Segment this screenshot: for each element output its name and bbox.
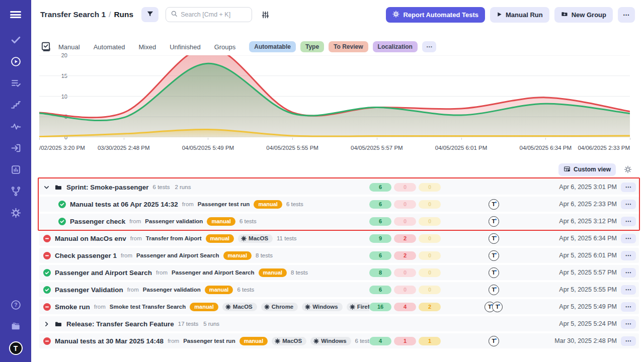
manual-run-button[interactable]: Manual Run — [490, 7, 549, 23]
tab-unfinished[interactable]: Unfinished — [170, 43, 200, 51]
table-toolbar: Custom view — [558, 162, 636, 177]
user-avatar[interactable]: T — [489, 336, 499, 346]
hamburger-menu-icon[interactable] — [9, 8, 22, 21]
group-row[interactable]: Release: Transfer Search Feature17 tests… — [39, 316, 639, 331]
user-avatar[interactable]: T — [492, 302, 503, 312]
user-avatar[interactable]: T — [489, 199, 499, 210]
tags-more-button[interactable]: ⋯ — [422, 41, 436, 52]
stats-pills: 600 — [369, 183, 446, 192]
tag-to-review[interactable]: To Review — [329, 41, 368, 52]
analytics-chart-icon[interactable] — [9, 163, 22, 176]
report-automated-tests-button[interactable]: Report Automated Tests — [386, 7, 485, 23]
runs-play-circle-icon[interactable] — [9, 55, 22, 68]
user-avatar[interactable]: T — [489, 250, 499, 261]
run-title[interactable]: Passenger Validation — [55, 286, 123, 294]
row-menu-button[interactable]: ⋯ — [621, 234, 636, 243]
workflow-branch-icon[interactable] — [9, 185, 22, 198]
manual-badge: manual — [223, 251, 252, 260]
row-menu-button[interactable]: ⋯ — [621, 319, 636, 329]
run-row[interactable]: Check passenger 1fromPassenger and Airpo… — [39, 248, 639, 263]
skipped-pill: 0 — [419, 200, 441, 209]
env-badge-windows: Windows — [310, 337, 351, 345]
tab-groups[interactable]: Groups — [214, 43, 236, 51]
run-row[interactable]: Manual tests at 06 Apr 2025 14:32fromPas… — [39, 197, 639, 212]
filter-button[interactable] — [141, 7, 158, 22]
run-row[interactable]: Manual on MacOs envfromTransfer from Aip… — [39, 231, 639, 246]
run-title[interactable]: Passenger and Airport Search — [55, 269, 152, 277]
custom-view-button[interactable]: Custom view — [558, 163, 616, 176]
passed-pill: 6 — [369, 200, 391, 209]
run-title[interactable]: Manual tests at 06 Apr 2025 14:32 — [70, 201, 178, 208]
tasks-check-icon[interactable] — [9, 33, 22, 46]
user-avatar[interactable]: T — [489, 233, 499, 244]
x-tick-label: 04/06/2025 2:33 PM — [578, 145, 630, 151]
run-title[interactable]: Passenger check — [70, 218, 125, 225]
search-box[interactable] — [166, 7, 252, 22]
group-row[interactable]: Sprint: Smoke-passenger6 tests2 runs600A… — [39, 179, 639, 195]
milestones-steps-icon[interactable] — [9, 98, 22, 111]
row-menu-button[interactable]: ⋯ — [621, 268, 636, 278]
tests-count: 6 tests — [286, 201, 303, 207]
run-row[interactable]: Manual tests at 30 Mar 2025 14:48fromPas… — [39, 333, 639, 348]
status-passed-icon — [58, 201, 66, 208]
tests-count: 6 tests — [355, 338, 369, 344]
table-grid-icon — [564, 165, 571, 174]
user-avatar[interactable]: T — [489, 285, 499, 295]
x-tick-label: 04/05/2025 6:34 PM — [519, 145, 572, 151]
list-check-icon[interactable] — [9, 76, 22, 89]
tag-localization[interactable]: Localization — [373, 41, 418, 52]
row-menu-button[interactable]: ⋯ — [621, 217, 636, 226]
run-title[interactable]: Manual tests at 30 Mar 2025 14:48 — [55, 337, 164, 345]
run-row[interactable]: Passenger and Airport SearchfromPassenge… — [39, 265, 639, 280]
row-menu-button[interactable]: ⋯ — [621, 183, 636, 192]
stats-pills: 600 — [369, 217, 446, 226]
user-avatar[interactable]: T — [489, 267, 499, 278]
x-tick-mark — [39, 138, 40, 140]
tab-mixed[interactable]: Mixed — [139, 43, 156, 51]
row-menu-button[interactable]: ⋯ — [621, 336, 636, 346]
tune-sliders-icon[interactable] — [257, 7, 273, 22]
tests-count: 6 tests — [239, 218, 257, 224]
activity-pulse-icon[interactable] — [9, 120, 22, 133]
run-row[interactable]: Smoke runfromSmoke test Transfer Searchm… — [39, 299, 639, 314]
breadcrumb-project[interactable]: Transfer Search 1 — [40, 10, 106, 19]
row-menu-button[interactable]: ⋯ — [621, 200, 636, 209]
search-input[interactable] — [181, 11, 247, 18]
stats-pills: 800 — [369, 268, 446, 277]
account-logo-avatar[interactable]: T — [9, 341, 23, 355]
row-menu-button[interactable]: ⋯ — [621, 285, 636, 295]
status-passed-icon — [43, 286, 51, 294]
tab-manual[interactable]: Manual — [58, 43, 80, 51]
group-meta: 2 runs — [175, 184, 191, 190]
run-title[interactable]: Manual on MacOs env — [55, 235, 126, 242]
run-title[interactable]: Smoke run — [55, 303, 90, 311]
settings-gear-icon[interactable] — [9, 206, 22, 219]
row-menu-button[interactable]: ⋯ — [621, 251, 636, 260]
new-group-button[interactable]: New Group — [554, 7, 613, 23]
table-settings-gear-icon[interactable] — [620, 162, 636, 177]
stats-pills: 1642 — [369, 303, 446, 311]
help-icon[interactable]: ? — [9, 298, 22, 311]
run-row[interactable]: Passenger checkfromPassenger validationm… — [39, 214, 639, 229]
row-menu-button[interactable]: ⋯ — [621, 302, 636, 312]
run-date: Apr 5, 2025 6:34 PM — [541, 235, 617, 242]
failed-pill: 2 — [394, 251, 416, 260]
x-tick-mark — [377, 138, 377, 140]
run-title[interactable]: Check passenger 1 — [55, 252, 117, 259]
sign-in-icon[interactable] — [9, 141, 22, 154]
env-gear-icon — [264, 304, 270, 310]
chevron-right-icon[interactable] — [43, 320, 50, 327]
from-label: from — [127, 287, 139, 293]
chevron-down-icon[interactable] — [43, 184, 50, 191]
source-run-name: Passenger validation — [145, 218, 203, 224]
user-avatar[interactable]: T — [489, 216, 499, 227]
projects-folder-icon[interactable] — [9, 320, 22, 333]
tag-type[interactable]: Type — [300, 41, 324, 52]
header-more-button[interactable]: ⋯ — [618, 7, 635, 23]
select-all-icon[interactable] — [40, 41, 51, 52]
tag-automatable[interactable]: Automatable — [249, 41, 296, 52]
tab-automated[interactable]: Automated — [94, 43, 125, 51]
run-row[interactable]: Passenger ValidationfromPassenger valida… — [39, 282, 639, 297]
folder-icon — [54, 184, 62, 191]
passed-pill: 6 — [369, 286, 391, 294]
